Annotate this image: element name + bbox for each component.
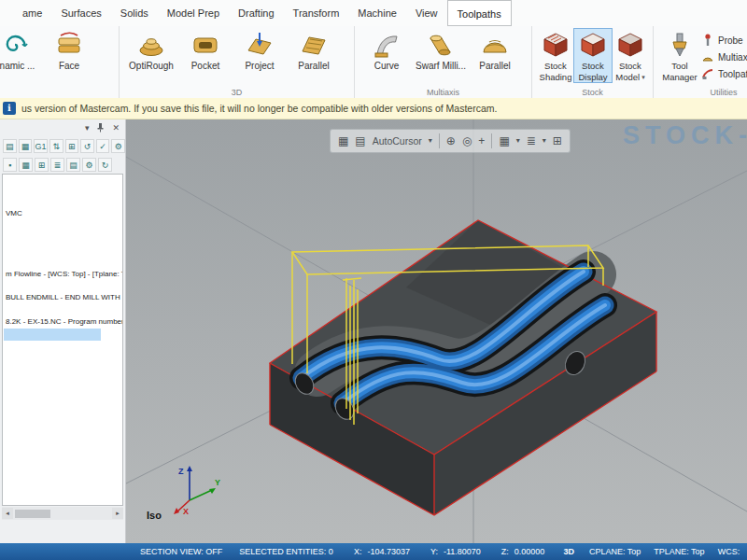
y-coordinate-value: -11.80070 [444,547,481,556]
axes-gnomon: Z Y X [167,461,227,517]
layers-dropdown-icon[interactable]: ▾ [543,137,546,145]
project-button[interactable]: Project [233,29,287,71]
tree-item-nc-file[interactable]: 8.2K - EX-15.NC - Program number [6,317,123,326]
ribbon-group-3d: OptiRough Pocket Project Parallel [120,26,355,98]
tab-solids[interactable]: Solids [111,0,158,26]
tplane-status[interactable]: TPLANE: Top [654,547,704,556]
layers-icon[interactable]: ≣ [527,135,536,147]
toolpath-utility-label: Toolpat [718,69,747,79]
tree-item-tool[interactable]: BULL ENDMILL - END MILL WITH RA [6,293,123,301]
tree-item-machine-group[interactable]: VMC [6,209,22,217]
plus-icon[interactable]: + [478,135,485,147]
graphics-viewport[interactable]: ▦ ▤ AutoCursor ▾ ⊕ ◎ + ▦ ▾ ≣ ▾ ⊞ STOCK- [126,119,747,543]
stock-display-button[interactable]: Stock Display [574,29,612,82]
wcs-status[interactable]: WCS: [718,547,740,556]
autocursor-label[interactable]: AutoCursor [373,135,422,147]
tab-surfaces[interactable]: Surfaces [51,0,110,26]
stock-shading-button[interactable]: Stock Shading [537,29,574,82]
tool-manager-label-1: Tool [671,61,687,71]
shading-grid-icon[interactable]: ▦ [499,135,509,147]
curve-multiaxis-button[interactable]: Curve [359,29,414,71]
toolbar-icon-7[interactable]: ✓ [96,139,110,153]
tab-machine[interactable]: Machine [348,0,406,26]
probe-icon [701,34,714,49]
probe-button[interactable]: Probe [701,34,747,48]
toolbar-icon-14[interactable]: ⚙ [82,158,96,172]
planes-icon[interactable]: ▤ [355,135,365,147]
crosshair-icon[interactable]: ⊕ [446,135,456,147]
grid-icon[interactable]: ▦ [338,135,348,147]
toolbar-icon-4[interactable]: ⇅ [49,139,63,153]
ribbon-group-utilities: Tool Manager Probe Multiax Toolpat Utili… [654,26,747,98]
panel-horizontal-scrollbar[interactable]: ◂ ▸ [2,507,123,520]
window-icon[interactable]: ⊞ [553,135,562,147]
face-mill-icon [54,30,84,60]
viewport-toolbar: ▦ ▤ AutoCursor ▾ ⊕ ◎ + ▦ ▾ ≣ ▾ ⊞ [330,129,571,153]
section-view-status[interactable]: SECTION VIEW: OFF [140,547,222,556]
cplane-status[interactable]: CPLANE: Top [589,547,641,556]
toolbar-icon-2[interactable]: ▦ [19,139,33,153]
toolbar-icon-13[interactable]: ▤ [66,158,80,172]
warning-text: us version of Mastercam. If you save thi… [21,103,497,114]
stock-model-button[interactable]: Stock Model ▾ [612,29,649,82]
tool-manager-icon [665,30,695,60]
target-icon[interactable]: ◎ [462,135,472,147]
swarf-milling-button[interactable]: Swarf Milli... [414,29,468,71]
stock-display-label-1: Stock [582,61,604,71]
toolbar-icon-3[interactable]: G1 [34,139,48,153]
dynamic-mill-button[interactable]: ynamic ... [0,29,42,71]
tab-wireframe[interactable]: ame [13,0,51,26]
stock-watermark: STOCK- [623,121,747,150]
optirough-icon [136,30,166,60]
stock-model-dropdown-icon: ▾ [641,74,645,81]
scrollbar-track[interactable] [13,508,112,519]
tab-model-prep[interactable]: Model Prep [158,0,229,26]
compatibility-warning-bar: ℹ us version of Mastercam. If you save t… [0,98,747,119]
shading-dropdown-icon[interactable]: ▾ [516,137,520,145]
panel-collapse-icon[interactable]: ▾ [85,123,90,133]
dynamic-mill-label: ynamic ... [0,61,35,71]
parallel-3d-button[interactable]: Parallel [287,29,341,71]
dimension-mode-toggle[interactable]: 3D [563,547,574,556]
stock-model-label-2: Model [615,72,640,82]
toolbar-icon-12[interactable]: ≣ [50,158,64,172]
stock-shading-icon [541,30,571,60]
panel-close-icon[interactable]: ✕ [112,123,120,133]
panel-toolbar-row1: ▤ ▦ G1 ⇅ ⊞ ↺ ✓ ⚙ [0,136,125,155]
toolpaths-tree: VMC m Flowline - [WCS: Top] - [Tplane: T… [2,174,123,506]
tool-manager-label-2: Manager [662,72,698,82]
scroll-left-icon[interactable]: ◂ [2,508,13,519]
toolbar-icon-5[interactable]: ⊞ [65,139,79,153]
tab-transform[interactable]: Transform [284,0,349,26]
optirough-label: OptiRough [129,61,174,71]
autocursor-dropdown-icon[interactable]: ▾ [429,137,432,145]
curve-multiaxis-label: Curve [374,61,400,71]
toolbar-icon-11[interactable]: ⊞ [35,158,49,172]
pin-icon[interactable] [96,122,105,134]
tool-manager-button[interactable]: Tool Manager [658,29,701,82]
parallel-multiaxis-button[interactable]: Parallel [468,29,522,71]
toolbar-icon-15[interactable]: ↻ [98,158,112,172]
ribbon: ynamic ... Face OptiRough Pocket [0,26,747,99]
toolbar-icon-10[interactable]: ▦ [19,158,33,172]
toolpath-utility-button[interactable]: Toolpat [701,67,747,81]
scrollbar-thumb[interactable] [15,510,50,518]
toolbar-icon-6[interactable]: ↺ [80,139,94,153]
tree-item-flowline-operation[interactable]: m Flowline - [WCS: Top] - [Tplane: T [6,270,123,278]
tree-selection-highlight[interactable] [4,329,101,341]
z-coordinate-value: 0.00000 [514,547,545,556]
group-label-utilities: Utilities [654,88,747,97]
tab-drafting[interactable]: Drafting [229,0,284,26]
face-mill-button[interactable]: Face [42,29,96,71]
stock-display-label-2: Display [578,72,607,82]
swarf-milling-icon [426,30,456,60]
tab-view[interactable]: View [406,0,447,26]
toolbar-icon-9[interactable]: ▪ [3,158,17,172]
pocket-button[interactable]: Pocket [178,29,233,71]
toolbar-icon-1[interactable]: ▤ [3,139,17,153]
optirough-button[interactable]: OptiRough [124,29,178,71]
scroll-right-icon[interactable]: ▸ [112,508,123,519]
multiaxis-link-button[interactable]: Multiax [701,50,747,64]
toolbar-icon-8[interactable]: ⚙ [111,139,125,153]
tab-toolpaths[interactable]: Toolpaths [447,0,512,26]
